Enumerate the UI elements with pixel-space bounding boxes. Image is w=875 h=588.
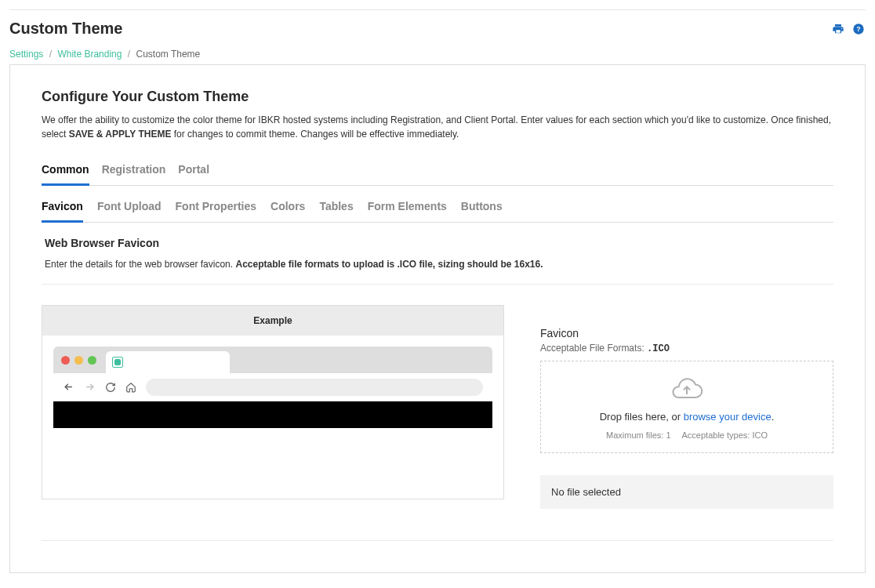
breadcrumb: Settings / White Branding / Custom Theme bbox=[9, 49, 866, 60]
tab-registration[interactable]: Registration bbox=[102, 163, 166, 185]
section-desc-text: Enter the details for the web browser fa… bbox=[45, 259, 235, 270]
tabs-primary: Common Registration Portal bbox=[42, 163, 833, 186]
home-icon bbox=[125, 382, 136, 393]
favicon-preview-icon bbox=[112, 357, 123, 368]
breadcrumb-current: Custom Theme bbox=[136, 49, 200, 60]
tab-favicon[interactable]: Favicon bbox=[42, 200, 83, 223]
forward-arrow-icon bbox=[84, 381, 96, 393]
intro-text-suffix: for changes to commit theme. Changes wil… bbox=[171, 129, 459, 140]
browser-simulation bbox=[42, 336, 503, 499]
breadcrumb-separator: / bbox=[49, 49, 52, 60]
section-description: Enter the details for the web browser fa… bbox=[42, 259, 833, 285]
back-arrow-icon bbox=[63, 381, 74, 393]
file-dropzone[interactable]: Drop files here, or browse your device. … bbox=[540, 361, 833, 453]
tab-tables[interactable]: Tables bbox=[319, 200, 353, 222]
tab-colors[interactable]: Colors bbox=[270, 200, 305, 222]
tab-buttons[interactable]: Buttons bbox=[461, 200, 503, 222]
tabs-secondary: Favicon Font Upload Font Properties Colo… bbox=[42, 200, 833, 223]
tab-form-elements[interactable]: Form Elements bbox=[368, 200, 447, 222]
upload-formats: Acceptable File Formats: .ICO bbox=[540, 343, 833, 354]
traffic-yellow-icon bbox=[74, 356, 83, 365]
main-panel: Configure Your Custom Theme We offer the… bbox=[9, 64, 866, 573]
tab-common[interactable]: Common bbox=[42, 163, 89, 186]
panel-heading: Configure Your Custom Theme bbox=[42, 89, 833, 105]
help-icon[interactable]: ? bbox=[851, 22, 866, 36]
tab-font-upload[interactable]: Font Upload bbox=[97, 200, 162, 222]
upload-column: Favicon Acceptable File Formats: .ICO Dr… bbox=[540, 305, 833, 509]
upload-label: Favicon bbox=[540, 327, 833, 339]
upload-formats-value: .ICO bbox=[647, 343, 670, 354]
url-bar bbox=[146, 379, 483, 396]
header-icons: ? bbox=[831, 22, 866, 36]
section-desc-bold: Acceptable file formats to upload is .IC… bbox=[235, 259, 543, 270]
drop-suffix: . bbox=[772, 411, 775, 423]
reload-icon bbox=[105, 382, 116, 393]
example-label: Example bbox=[42, 306, 503, 336]
browse-link[interactable]: browse your device bbox=[684, 411, 772, 423]
print-icon[interactable] bbox=[831, 22, 845, 36]
dropzone-text: Drop files here, or browse your device. bbox=[549, 411, 825, 423]
tab-font-properties[interactable]: Font Properties bbox=[176, 200, 256, 222]
breadcrumb-link-settings[interactable]: Settings bbox=[9, 49, 43, 60]
page-title: Custom Theme bbox=[9, 20, 122, 38]
tab-portal[interactable]: Portal bbox=[178, 163, 209, 185]
file-selected-status: No file selected bbox=[540, 475, 833, 509]
section-title: Web Browser Favicon bbox=[42, 237, 833, 249]
acceptable-types-hint: Acceptable types: ICO bbox=[682, 430, 768, 440]
browser-tab bbox=[106, 351, 230, 373]
breadcrumb-separator: / bbox=[128, 49, 130, 60]
drop-prefix: Drop files here, or bbox=[600, 411, 684, 423]
breadcrumb-link-white-branding[interactable]: White Branding bbox=[57, 49, 122, 60]
traffic-red-icon bbox=[61, 356, 70, 365]
example-column: Example bbox=[42, 305, 504, 499]
svg-text:?: ? bbox=[856, 25, 860, 33]
max-files-hint: Maximum files: 1 bbox=[606, 430, 671, 440]
cloud-upload-icon bbox=[670, 376, 704, 402]
sim-page-body bbox=[53, 428, 492, 499]
traffic-green-icon bbox=[88, 356, 96, 365]
intro-bold: SAVE & APPLY THEME bbox=[69, 129, 172, 140]
upload-formats-prefix: Acceptable File Formats: bbox=[540, 343, 647, 354]
sim-page-header bbox=[53, 401, 492, 428]
panel-intro: We offer the ability to customize the co… bbox=[42, 113, 833, 141]
